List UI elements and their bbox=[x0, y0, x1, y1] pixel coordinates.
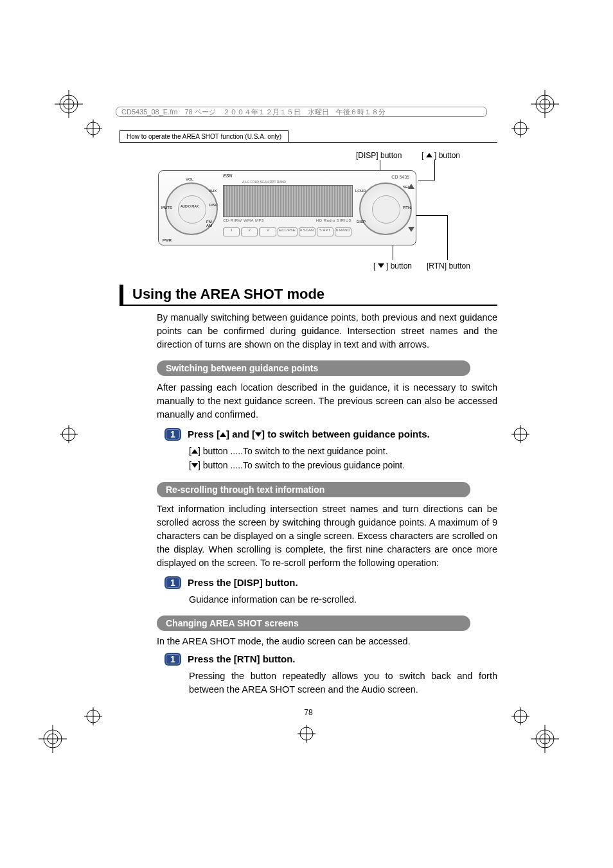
svg-point-10 bbox=[536, 95, 554, 113]
line-up: [] button .....To switch to the next gui… bbox=[189, 445, 497, 459]
svg-point-24 bbox=[48, 734, 58, 744]
page-title: Using the AREA SHOT mode bbox=[120, 285, 497, 306]
svg-point-34 bbox=[540, 734, 550, 744]
caret-down-icon bbox=[378, 263, 384, 268]
callout-rtn: [RTN] button bbox=[427, 261, 470, 270]
svg-point-1 bbox=[64, 99, 74, 109]
pwr-label: PWR bbox=[163, 238, 172, 242]
svg-point-0 bbox=[60, 95, 78, 113]
fmam-label: FM AM bbox=[206, 220, 212, 227]
subhead-switching: Switching between guidance points bbox=[157, 360, 470, 376]
panel-down-icon bbox=[408, 227, 414, 232]
preset-3: 3 bbox=[259, 227, 276, 236]
vol-label: VOL bbox=[186, 177, 193, 181]
frag-b: ] and [ bbox=[226, 429, 255, 439]
svg-point-33 bbox=[536, 730, 554, 748]
preset-6: 6 RAND bbox=[335, 227, 351, 236]
chapter-rule bbox=[120, 142, 497, 143]
page-number: 78 bbox=[120, 708, 497, 717]
subhead-changing: Changing AREA SHOT screens bbox=[157, 616, 470, 631]
svg-point-30 bbox=[514, 710, 527, 723]
svg-point-27 bbox=[300, 727, 313, 740]
sec2-paragraph: Text information including intersection … bbox=[157, 502, 497, 570]
sec2-step-text: Press the [DISP] button. bbox=[188, 576, 298, 589]
chapter-label: How to operate the AREA SHOT function (U… bbox=[120, 130, 289, 143]
sec1-step-1: 1 Press [] and [] to switch between guid… bbox=[164, 428, 497, 441]
svg-point-14 bbox=[62, 428, 75, 441]
svg-point-23 bbox=[44, 730, 62, 748]
sec3-step-text: Press the [RTN] button. bbox=[188, 653, 296, 666]
frag-c: ] to switch between guidance points. bbox=[262, 429, 430, 439]
frag-a: Press [ bbox=[188, 429, 220, 439]
caret-up-icon bbox=[426, 153, 432, 157]
preset-4: 4 SCAN bbox=[299, 227, 315, 236]
frag: ] button .....To switch to the previous … bbox=[198, 460, 405, 470]
svg-point-20 bbox=[87, 710, 100, 723]
tiny-top: A.LC FOLD SCAN RPT RAND bbox=[242, 180, 286, 184]
sec1-sublines: [] button .....To switch to the next gui… bbox=[189, 445, 497, 472]
panel-up-icon bbox=[408, 184, 414, 189]
preset-1: 1 bbox=[223, 227, 240, 236]
preset-2: 2 bbox=[241, 227, 258, 236]
callout-disp: [DISP] button bbox=[356, 151, 402, 160]
intro-paragraph: By manually switching between guidance p… bbox=[157, 311, 497, 351]
caret-down-icon bbox=[255, 432, 262, 437]
frag: ] button .....To switch to the next guid… bbox=[198, 446, 388, 456]
radio-text: HD Radio SIRIUS bbox=[316, 218, 351, 222]
rtn-label: RTN bbox=[403, 206, 411, 209]
device-display bbox=[223, 185, 353, 217]
disc-label: DISC bbox=[209, 203, 218, 207]
eclipse-logo: ECLIPSE bbox=[278, 227, 298, 236]
caret-up-icon bbox=[220, 432, 226, 437]
step-badge-1c: 1 bbox=[164, 653, 181, 666]
callout-up: [ ] button bbox=[422, 151, 460, 160]
sec3-followup: Pressing the button repeatedly allows yo… bbox=[189, 669, 497, 696]
device-figure: [DISP] button [ ] button [ ] button [RTN… bbox=[120, 151, 497, 273]
caret-up-icon bbox=[191, 449, 198, 454]
disp-label: DISP bbox=[357, 220, 366, 224]
device-illustration: ESN CD 5435 VOL MUTE AUX DISC FM AM AUDI… bbox=[158, 170, 416, 245]
svg-point-11 bbox=[540, 99, 550, 109]
aux-label: AUX bbox=[209, 189, 217, 193]
mute-label: MUTE bbox=[161, 206, 172, 209]
callout-down: [ ] button bbox=[373, 261, 412, 270]
sec3-intro: In the AREA SHOT mode, the audio screen … bbox=[157, 636, 497, 646]
line-down: [] button .....To switch to the previous… bbox=[189, 459, 497, 473]
step-badge-1a: 1 bbox=[164, 428, 181, 441]
sec1-paragraph: After passing each location described in… bbox=[157, 381, 497, 421]
svg-point-7 bbox=[514, 122, 527, 135]
subhead-rescroll: Re-scrolling through text information bbox=[157, 482, 470, 497]
right-dial: SEL RTN LOUD DISP bbox=[359, 182, 412, 235]
audiomax-label: AUDIO MAX bbox=[181, 204, 199, 208]
svg-point-4 bbox=[87, 122, 100, 135]
svg-point-17 bbox=[514, 428, 527, 441]
preset-row: 1 2 3 ECLIPSE 4 SCAN 5 RPT 6 RAND bbox=[223, 227, 351, 236]
codec-text: CD·R/RW WMA MP3 bbox=[223, 218, 264, 222]
step-badge-1b: 1 bbox=[164, 576, 181, 589]
loud-label: LOUD bbox=[355, 189, 366, 193]
model-number: CD 5435 bbox=[391, 175, 409, 179]
preset-5: 5 RPT bbox=[317, 227, 333, 236]
left-dial: VOL MUTE AUX DISC FM AM AUDIO MAX bbox=[165, 182, 218, 235]
file-meta-header: CD5435_08_E.fm 78 ページ ２００４年１２月１５日 水曜日 午後… bbox=[116, 107, 487, 117]
caret-down-icon bbox=[191, 463, 198, 468]
sec3-step-1: 1 Press the [RTN] button. bbox=[164, 653, 497, 666]
sec2-followup: Guidance information can be re-scrolled. bbox=[189, 593, 497, 607]
sec2-step-1: 1 Press the [DISP] button. bbox=[164, 576, 497, 589]
sec1-step-text: Press [] and [] to switch between guidan… bbox=[188, 428, 430, 441]
esn-text: ESN bbox=[223, 173, 232, 178]
